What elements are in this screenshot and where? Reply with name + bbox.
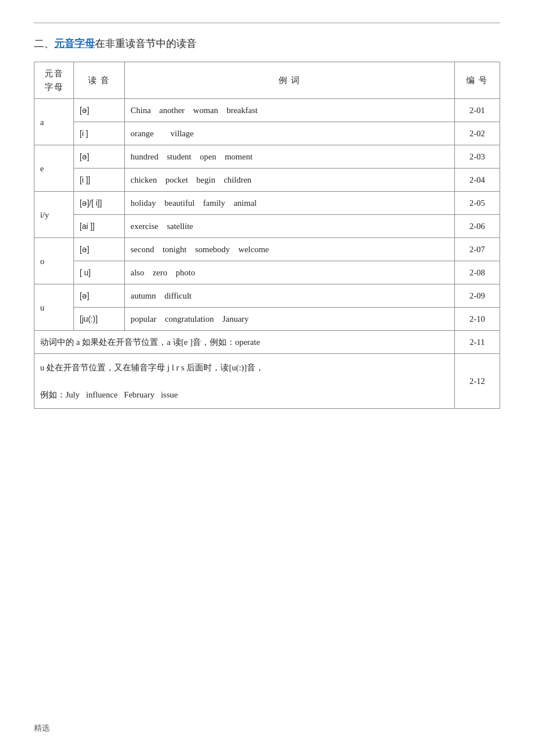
cell-examples: also zero photo [125,261,455,284]
cell-note1: 动词中的 a 如果处在开音节位置，a 读[e ]音，例如：operate [34,331,455,354]
cell-phonetic: [i ]] [74,169,125,192]
cell-phonetic: [ə] [74,284,125,308]
cell-phonetic: [ə] [74,238,125,261]
table-header-row: 元音字母 读 音 例 词 编 号 [34,62,500,99]
table-row-note1: 动词中的 a 如果处在开音节位置，a 读[e ]音，例如：operate 2-1… [34,331,500,354]
table-row: e [ə] hundred student open moment 2-03 [34,145,500,169]
cell-phonetic: [ju(:)] [74,308,125,331]
cell-number-note1: 2-11 [455,331,500,354]
table-row: [ju(:)] popular congratulation January 2… [34,308,500,331]
section-title: 二、元音字母在非重读音节中的读音 [34,37,500,50]
cell-examples: orange village [125,122,455,145]
cell-letter-e: e [34,145,74,192]
cell-examples: autumn difficult [125,284,455,308]
cell-examples: holiday beautiful family animal [125,192,455,215]
title-highlight: 元音字母 [54,38,95,49]
table-row: [i ] orange village 2-02 [34,122,500,145]
footer-label: 精选 [34,723,50,733]
cell-number: 2-01 [455,99,500,122]
cell-number: 2-05 [455,192,500,215]
cell-examples: hundred student open moment [125,145,455,169]
cell-letter-iy: i/y [34,192,74,238]
cell-letter-a: a [34,99,74,145]
cell-phonetic: [ u] [74,261,125,284]
cell-number: 2-06 [455,215,500,238]
cell-examples: second tonight somebody welcome [125,238,455,261]
table-row: [ u] also zero photo 2-08 [34,261,500,284]
table-row: o [ə] second tonight somebody welcome 2-… [34,238,500,261]
cell-phonetic: [ai ]] [74,215,125,238]
cell-number: 2-02 [455,122,500,145]
table-row-note2: u 处在开音节位置，又在辅音字母 j l r s 后面时，读[u(:)]音， 例… [34,354,500,409]
cell-letter-u: u [34,284,74,331]
cell-examples: exercise satellite [125,215,455,238]
cell-examples: China another woman breakfast [125,99,455,122]
header-phonetic: 读 音 [74,62,125,99]
cell-number-note2: 2-12 [455,354,500,409]
cell-phonetic: [ə] [74,99,125,122]
table-row: [i ]] chicken pocket begin children 2-04 [34,169,500,192]
header-letter: 元音字母 [34,62,74,99]
cell-examples: chicken pocket begin children [125,169,455,192]
table-row: u [ə] autumn difficult 2-09 [34,284,500,308]
header-examples: 例 词 [125,62,455,99]
table-row: [ai ]] exercise satellite 2-06 [34,215,500,238]
header-number: 编 号 [455,62,500,99]
title-suffix: 在非重读音节中的读音 [95,38,197,49]
phonetics-table: 元音字母 读 音 例 词 编 号 a [ə] China another wom… [34,62,500,409]
cell-number: 2-04 [455,169,500,192]
cell-number: 2-08 [455,261,500,284]
cell-letter-o: o [34,238,74,284]
title-prefix: 二、 [34,38,54,49]
cell-number: 2-03 [455,145,500,169]
cell-number: 2-07 [455,238,500,261]
cell-number: 2-10 [455,308,500,331]
table-row: i/y [ə]/[ i]] holiday beautiful family a… [34,192,500,215]
cell-phonetic: [ə]/[ i]] [74,192,125,215]
cell-number: 2-09 [455,284,500,308]
cell-phonetic: [i ] [74,122,125,145]
cell-examples: popular congratulation January [125,308,455,331]
cell-phonetic: [ə] [74,145,125,169]
top-divider [34,23,500,23]
cell-note2: u 处在开音节位置，又在辅音字母 j l r s 后面时，读[u(:)]音， 例… [34,354,455,409]
table-row: a [ə] China another woman breakfast 2-01 [34,99,500,122]
